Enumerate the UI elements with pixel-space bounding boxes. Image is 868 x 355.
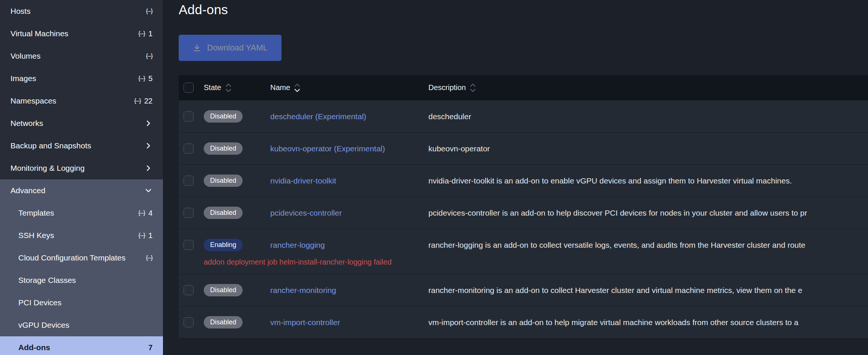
description-text: pcidevices-controller is an add-on to he… [428,209,807,217]
sidebar-item-networks[interactable]: Networks [0,112,163,135]
resource-count-icon: {–} [146,52,153,60]
sidebar-item-monitoring-logging[interactable]: Monitoring & Logging [0,157,163,179]
row-checkbox[interactable] [184,240,194,250]
column-header-name[interactable]: Name [270,82,428,93]
sidebar-item-meta: {–}22 [134,97,153,105]
status-badge: Enabling [204,239,243,251]
sidebar-item-hosts[interactable]: Hosts{–} [0,0,163,22]
sidebar-item-count: 1 [148,30,153,38]
download-yaml-label: Download YAML [207,43,268,53]
state-cell: Enabling [198,239,270,251]
row-checkbox-cell [179,143,198,154]
table-header-row: StateNameDescription [179,75,868,100]
name-cell: rancher-monitoring [270,286,428,295]
table-row: Disablednvidia-driver-toolkitnvidia-driv… [179,164,868,197]
sidebar-item-pci-devices[interactable]: PCI Devices [0,291,163,314]
sidebar-item-vgpu-devices[interactable]: vGPU Devices [0,314,163,336]
description-text: nvidia-driver-toolkit is an add-on to en… [428,176,792,185]
table-row: Enablingrancher-loggingrancher-logging i… [179,229,868,274]
sidebar-item-meta [144,186,153,195]
sidebar-item-meta [144,119,153,127]
description-cell: rancher-logging is an add-on to collect … [428,241,868,250]
download-yaml-button[interactable]: Download YAML [179,35,281,61]
sidebar-item-templates[interactable]: Templates{–}4 [0,202,163,224]
table-row: Disableddescheduler (Experimental)desche… [179,100,868,132]
sidebar-item-virtual-machines[interactable]: Virtual Machines{–}1 [0,22,163,45]
app-window: Hosts{–}Virtual Machines{–}1Volumes{–}Im… [0,0,868,355]
addon-name-link[interactable]: kubeovn-operator (Experimental) [270,144,385,153]
resource-count-icon: {–} [138,75,145,82]
table-row-main: Enablingrancher-loggingrancher-logging i… [179,229,868,261]
status-badge: Disabled [204,110,243,123]
sidebar-item-storage-classes[interactable]: Storage Classes [0,269,163,291]
description-cell: vm-import-controller is an add-on to hel… [428,318,868,327]
chevron-right-icon [144,142,153,150]
column-header-label: State [204,83,221,92]
column-header-description[interactable]: Description [428,82,868,93]
resource-count-icon: {–} [138,30,145,37]
row-checkbox-cell [179,317,198,327]
sort-arrows-icon [470,82,476,93]
addon-name-link[interactable]: rancher-monitoring [270,286,336,295]
toolbar: Download YAML [179,35,868,61]
addon-name-link[interactable]: descheduler (Experimental) [270,112,366,121]
status-badge: Disabled [204,316,243,329]
row-checkbox[interactable] [184,111,194,121]
name-cell: descheduler (Experimental) [270,112,428,121]
resource-count-icon: {–} [146,7,153,15]
download-icon [193,43,201,52]
state-cell: Disabled [198,175,270,187]
column-header-label: Name [270,83,290,92]
sidebar-item-meta: 7 [148,343,153,352]
sidebar-item-label: Add-ons [18,343,50,352]
name-cell: kubeovn-operator (Experimental) [270,144,428,153]
chevron-down-icon [144,186,153,195]
sidebar-item-ssh-keys[interactable]: SSH Keys{–}1 [0,224,163,247]
table-row-main: Disabledkubeovn-operator (Experimental)k… [179,133,868,164]
status-badge: Disabled [204,175,243,187]
resource-count-icon: {–} [146,254,153,262]
sidebar-item-count: 1 [148,231,153,240]
table-row: Disabledkubeovn-operator (Experimental)k… [179,132,868,164]
sidebar-item-cloud-configuration-templates[interactable]: Cloud Configuration Templates{–} [0,247,163,269]
row-checkbox[interactable] [184,317,194,327]
row-checkbox-cell [179,285,198,295]
sort-arrows-icon [225,82,232,93]
sidebar-item-backup-and-snapshots[interactable]: Backup and Snapshots [0,135,163,157]
column-header-state[interactable]: State [198,82,270,93]
table-row-main: Disableddescheduler (Experimental)desche… [179,101,868,132]
description-cell: pcidevices-controller is an add-on to he… [428,209,868,217]
description-text: rancher-monitoring is an add-on to colle… [428,286,802,295]
sidebar-item-count: 7 [148,343,153,352]
row-checkbox[interactable] [184,285,194,295]
row-checkbox[interactable] [184,208,194,218]
table-row-main: Disabledpcidevices-controllerpcidevices-… [179,197,868,229]
addons-table: StateNameDescription Disableddescheduler… [179,75,868,339]
table-row-main: Disabledvm-import-controllervm-import-co… [179,306,868,338]
sidebar-item-add-ons[interactable]: Add-ons7 [0,336,163,355]
sidebar-item-advanced[interactable]: Advanced [0,179,163,202]
description-text: kubeovn-operator [428,144,490,153]
row-checkbox[interactable] [184,176,194,186]
row-checkbox[interactable] [184,143,194,154]
name-cell: pcidevices-controller [270,209,428,217]
sidebar-item-label: Templates [18,209,54,217]
table-body: Disableddescheduler (Experimental)desche… [179,100,868,338]
resource-count-icon: {–} [138,232,145,239]
description-text: rancher-logging is an add-on to collect … [428,241,806,250]
sidebar-item-label: Backup and Snapshots [10,141,91,150]
sidebar-item-namespaces[interactable]: Namespaces{–}22 [0,90,163,112]
state-cell: Disabled [198,110,270,123]
sidebar-item-images[interactable]: Images{–}5 [0,67,163,90]
select-all-checkbox[interactable] [184,83,194,93]
addon-name-link[interactable]: vm-import-controller [270,318,340,327]
sidebar-item-meta: {–}4 [138,209,153,217]
state-cell: Disabled [198,207,270,219]
sidebar-item-meta: {–} [146,7,153,15]
sidebar-item-count: 22 [144,97,153,105]
sidebar-item-count: 5 [148,74,153,83]
addon-name-link[interactable]: rancher-logging [270,241,325,250]
addon-name-link[interactable]: nvidia-driver-toolkit [270,176,336,185]
addon-name-link[interactable]: pcidevices-controller [270,209,342,217]
sidebar-item-volumes[interactable]: Volumes{–} [0,45,163,67]
